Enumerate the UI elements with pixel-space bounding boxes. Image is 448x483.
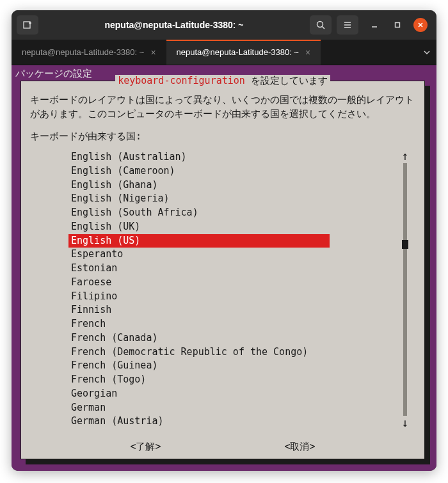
new-tab-button[interactable] [17,15,38,35]
list-item[interactable]: Esperanto [68,248,400,262]
list-item[interactable]: English (Nigeria) [68,192,400,206]
tab-1[interactable]: neputa@neputa-Latitude-3380: ~ × [166,40,321,65]
config-dialog: keyboard-configuration を設定しています キーボードのレイ… [20,81,425,459]
scrollbar-thumb[interactable] [402,240,408,249]
hamburger-icon [342,20,353,30]
minimize-icon [371,21,378,29]
maximize-icon [394,21,401,29]
scroll-up-arrow-icon[interactable]: ↑ [402,150,409,162]
ok-button[interactable]: <了解> [130,440,161,454]
list-item[interactable]: French [68,317,400,331]
list-item[interactable]: French (Togo) [68,373,400,387]
list-item[interactable]: French (Democratic Republic of the Congo… [68,345,400,360]
list-item[interactable]: English (South Africa) [68,206,400,220]
cancel-button[interactable]: <取消> [284,440,315,454]
svg-line-4 [323,27,325,29]
tabbar: neputa@neputa-Latitude-3380: ~ × neputa@… [12,40,436,65]
list-item[interactable]: English (Australian) [68,150,400,164]
list-item[interactable]: Estonian [68,262,400,276]
list-area: English (Australian)English (Cameroon)En… [68,150,410,429]
list-item[interactable]: English (US) [68,234,330,248]
maximize-button[interactable] [390,18,404,32]
minimize-button[interactable] [367,18,381,32]
tab-label: neputa@neputa-Latitude-3380: ~ [22,47,144,57]
list-item[interactable]: English (Ghana) [68,178,400,193]
svg-point-3 [317,22,323,28]
list-item[interactable]: Filipino [68,290,400,304]
country-list[interactable]: English (Australian)English (Cameroon)En… [68,150,400,429]
scrollbar[interactable]: ↑ ↓ [400,150,410,429]
list-item[interactable]: Finnish [68,303,400,317]
list-item[interactable]: English (Cameroon) [68,164,400,178]
tab-label: neputa@neputa-Latitude-3380: ~ [177,47,299,57]
list-item[interactable]: German [68,401,400,415]
tab-close-icon[interactable]: × [150,47,156,58]
scroll-down-arrow-icon[interactable]: ↓ [402,417,409,429]
search-button[interactable] [310,15,332,35]
dialog-title: keyboard-configuration を設定しています [21,74,424,88]
tab-dropdown-button[interactable] [417,40,436,65]
hamburger-menu-button[interactable] [337,15,358,35]
chevron-down-icon [423,49,431,56]
list-item[interactable]: French (Guinea) [68,359,400,373]
scrollbar-track[interactable] [403,163,407,416]
dialog-buttons: <了解> <取消> [30,440,415,454]
terminal-area: パッケージの設定 keyboard-configuration を設定しています… [12,65,436,471]
tab-close-icon[interactable]: × [305,47,310,58]
dialog-description: キーボードのレイアウトは国によって異なり、いくつかの国では複数の一般的レイアウト… [30,93,415,122]
list-item[interactable]: English (UK) [68,220,400,234]
new-tab-icon [22,20,33,30]
terminal-window: neputa@neputa-Latitude-3380: ~ neputa@ne… [12,10,436,471]
dialog-wrap: keyboard-configuration を設定しています キーボードのレイ… [20,81,429,463]
dialog-prompt: キーボードが由来する国: [30,130,415,144]
window-controls [364,18,431,32]
svg-rect-9 [396,23,400,28]
close-icon [417,21,424,29]
list-item[interactable]: Georgian [68,387,400,401]
list-item[interactable]: German (Austria) [68,415,400,429]
dialog-body: キーボードのレイアウトは国によって異なり、いくつかの国では複数の一般的レイアウト… [21,91,424,459]
dialog-title-suffix: を設定しています [245,75,328,86]
dialog-title-name: keyboard-configuration [118,75,245,86]
search-icon [316,20,326,30]
list-item[interactable]: French (Canada) [68,331,400,345]
tab-0[interactable]: neputa@neputa-Latitude-3380: ~ × [12,40,166,65]
list-item[interactable]: Faroese [68,276,400,290]
window-title: neputa@neputa-Latitude-3380: ~ [44,20,305,30]
titlebar: neputa@neputa-Latitude-3380: ~ [12,10,436,40]
close-button[interactable] [413,18,428,32]
